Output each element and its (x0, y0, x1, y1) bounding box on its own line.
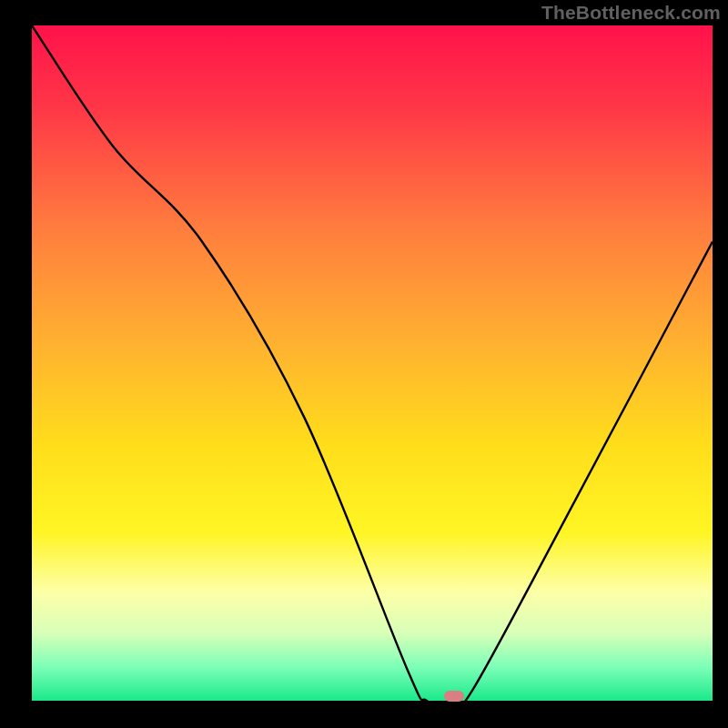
watermark-text: TheBottleneck.com (541, 2, 721, 24)
bottleneck-curve (32, 25, 713, 701)
optimal-marker (444, 691, 464, 702)
chart-plot-area (32, 25, 713, 701)
